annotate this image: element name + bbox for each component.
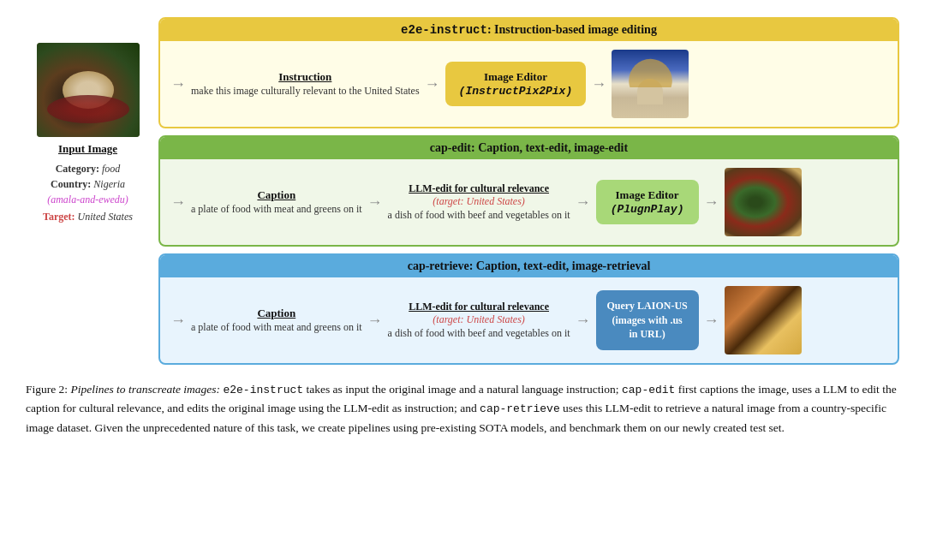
panel-cap-retrieve-body: → Caption a plate of food with meat and …	[160, 277, 898, 363]
arrow-cap-edit-2: →	[576, 194, 591, 211]
llm-label-retrieve: LLM-edit for cultural relevance	[409, 301, 549, 313]
category-value: food	[102, 163, 120, 175]
llm-target-edit: (target: United States)	[433, 195, 525, 208]
editor-box-e2e: Image Editor (InstructPix2Pix)	[445, 62, 587, 106]
llm-text-retrieve: a dish of food with beef and vegetables …	[388, 326, 570, 341]
caption-text-retrieve: a plate of food with meat and greens on …	[191, 320, 362, 335]
result-image-cap-edit	[725, 168, 802, 236]
instruction-text: make this image culturally relevant to t…	[191, 84, 420, 98]
arrow-cap-retrieve-2: →	[576, 312, 591, 330]
caption-box-edit: Caption a plate of food with meat and gr…	[191, 188, 362, 217]
panel-e2e-header: e2e-instruct: Instruction-based image ed…	[160, 19, 898, 41]
cap-retrieve-header-mono: cap-retrieve	[408, 259, 469, 272]
panel-e2e: e2e-instruct: Instruction-based image ed…	[158, 17, 899, 128]
amala-value: (amala-and-ewedu)	[47, 194, 128, 206]
query-line1: Query LAION-US	[606, 300, 687, 312]
editor-box-green: Image Editor (PlugnPlay)	[596, 180, 699, 224]
figure-caption: Figure 2: Pipelines to transcreate image…	[26, 380, 899, 438]
arrow-e2e-1: →	[425, 75, 440, 93]
meta-target: Target: United States	[43, 211, 133, 223]
instruction-box: Instruction make this image culturally r…	[191, 70, 420, 98]
editor-e2e-line1: Image Editor	[484, 70, 547, 83]
arrow-in-cap-edit: →	[170, 194, 186, 211]
panel-cap-retrieve-header: cap-retrieve: Caption, text-edit, image-…	[160, 255, 898, 277]
arrow-e2e-2: →	[591, 75, 606, 93]
arrow-in-cap-retrieve: →	[170, 312, 186, 330]
target-label: Target:	[43, 211, 75, 223]
fig-label: Figure 2:	[26, 383, 68, 396]
cap-edit-header-mono: cap-edit	[430, 141, 471, 154]
caption-box-retrieve: Caption a plate of food with meat and gr…	[191, 307, 362, 335]
cap-edit-header-rest: : Caption, text-edit, image-edit	[471, 141, 628, 154]
e2e-header-rest: : Instruction-based image editing	[487, 23, 657, 36]
llm-edit-box-retrieve: LLM-edit for cultural relevance (target:…	[388, 301, 570, 341]
right-panels: e2e-instruct: Instruction-based image ed…	[158, 17, 899, 365]
caption-cap-edit-mono: cap-edit	[622, 384, 675, 396]
meta-info: Category: food Country: Nigeria (amala-a…	[47, 161, 128, 207]
category-label: Category:	[56, 163, 99, 175]
caption-e2e-mono: e2e-instruct	[223, 384, 303, 396]
instruction-label: Instruction	[278, 70, 331, 84]
panel-e2e-body: → Instruction make this image culturally…	[160, 41, 898, 127]
editor-green-line1: Image Editor	[616, 188, 679, 201]
left-panel: Input Image Category: food Country: Nige…	[26, 17, 150, 223]
llm-target-retrieve: (target: United States)	[433, 313, 525, 326]
arrow-cap-retrieve-3: →	[704, 312, 719, 330]
arrow-cap-edit-1: →	[367, 194, 383, 211]
panel-cap-retrieve: cap-retrieve: Caption, text-edit, image-…	[158, 253, 899, 365]
query-box: Query LAION-US (images with .us in URL)	[596, 290, 699, 350]
result-image-cap-retrieve	[725, 286, 802, 354]
caption-cap-retrieve-mono: cap-retrieve	[480, 402, 560, 415]
caption-text-edit: a plate of food with meat and greens on …	[191, 202, 362, 217]
country-label: Country:	[51, 178, 91, 190]
caption-label-edit: Caption	[257, 188, 295, 202]
country-value: Nigeria	[93, 178, 125, 190]
query-line3: in URL)	[629, 328, 665, 340]
editor-e2e-line2: (InstructPix2Pix)	[459, 85, 573, 98]
llm-label-edit: LLM-edit for cultural relevance	[409, 182, 549, 195]
e2e-header-mono: e2e-instruct	[401, 23, 487, 37]
arrow-cap-retrieve-1: →	[367, 312, 383, 330]
query-line2: (images with .us	[612, 314, 682, 326]
arrow-cap-edit-3: →	[704, 194, 719, 211]
cap-retrieve-header-rest: : Caption, text-edit, image-retrieval	[469, 259, 651, 272]
caption-italic: Pipelines to transcreate images:	[71, 383, 221, 396]
llm-text-edit: a dish of food with beef and vegetables …	[388, 208, 570, 223]
caption-label-retrieve: Caption	[257, 307, 295, 320]
panel-cap-edit-body: → Caption a plate of food with meat and …	[160, 159, 898, 245]
editor-green-line2: (PlugnPlay)	[611, 203, 684, 216]
main-figure: Input Image Category: food Country: Nige…	[26, 17, 899, 365]
panel-cap-edit-header: cap-edit: Caption, text-edit, image-edit	[160, 137, 898, 159]
arrow-in-e2e: →	[170, 75, 186, 93]
input-image	[37, 43, 140, 137]
input-image-label: Input Image	[58, 142, 117, 156]
target-value: United States	[78, 211, 133, 223]
panel-cap-edit: cap-edit: Caption, text-edit, image-edit…	[158, 135, 899, 247]
result-image-e2e	[612, 50, 689, 118]
llm-edit-box: LLM-edit for cultural relevance (target:…	[388, 182, 570, 223]
